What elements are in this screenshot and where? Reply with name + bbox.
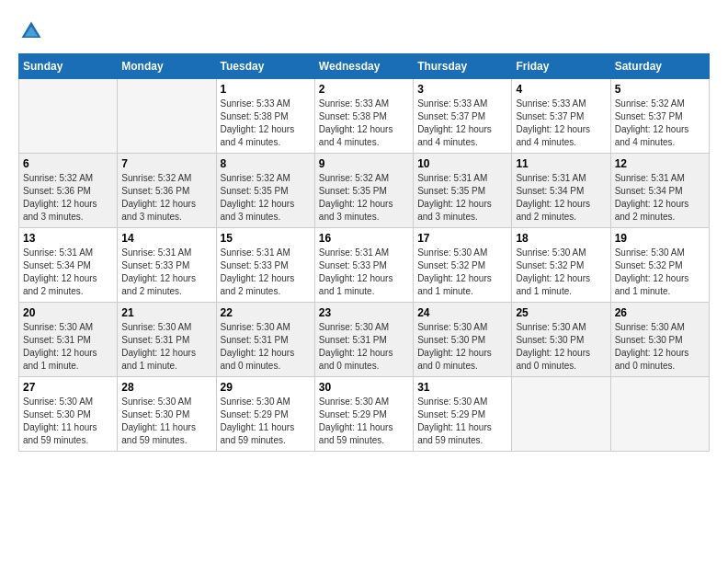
week-row-2: 6Sunrise: 5:32 AM Sunset: 5:36 PM Daylig…: [19, 154, 710, 228]
logo-icon: [18, 18, 44, 44]
week-row-1: 1Sunrise: 5:33 AM Sunset: 5:38 PM Daylig…: [19, 79, 710, 154]
calendar-cell: 7Sunrise: 5:32 AM Sunset: 5:36 PM Daylig…: [118, 154, 216, 228]
day-info: Sunrise: 5:33 AM Sunset: 5:38 PM Dayligh…: [221, 98, 311, 149]
day-number: 16: [319, 232, 409, 245]
calendar-cell: 2Sunrise: 5:33 AM Sunset: 5:38 PM Daylig…: [314, 79, 413, 154]
weekday-header-sunday: Sunday: [19, 54, 118, 79]
day-info: Sunrise: 5:32 AM Sunset: 5:37 PM Dayligh…: [615, 98, 705, 149]
day-info: Sunrise: 5:30 AM Sunset: 5:29 PM Dayligh…: [319, 396, 409, 447]
day-info: Sunrise: 5:31 AM Sunset: 5:33 PM Dayligh…: [221, 247, 311, 298]
calendar-table: SundayMondayTuesdayWednesdayThursdayFrid…: [18, 53, 710, 452]
calendar-cell: 25Sunrise: 5:30 AM Sunset: 5:30 PM Dayli…: [512, 303, 610, 377]
day-number: 1: [221, 83, 311, 96]
day-info: Sunrise: 5:30 AM Sunset: 5:30 PM Dayligh…: [615, 321, 705, 373]
day-number: 6: [23, 157, 113, 170]
day-info: Sunrise: 5:32 AM Sunset: 5:35 PM Dayligh…: [319, 172, 409, 224]
calendar-cell: 8Sunrise: 5:32 AM Sunset: 5:35 PM Daylig…: [216, 154, 314, 228]
calendar-cell: 30Sunrise: 5:30 AM Sunset: 5:29 PM Dayli…: [314, 377, 413, 452]
day-info: Sunrise: 5:30 AM Sunset: 5:30 PM Dayligh…: [23, 396, 113, 447]
weekday-header-thursday: Thursday: [414, 54, 512, 79]
day-number: 12: [615, 157, 705, 170]
day-number: 18: [516, 232, 606, 245]
weekday-header-tuesday: Tuesday: [216, 54, 314, 79]
week-row-3: 13Sunrise: 5:31 AM Sunset: 5:34 PM Dayli…: [19, 228, 710, 303]
day-info: Sunrise: 5:30 AM Sunset: 5:31 PM Dayligh…: [221, 321, 311, 373]
day-number: 23: [319, 306, 409, 319]
calendar-cell: 14Sunrise: 5:31 AM Sunset: 5:33 PM Dayli…: [118, 228, 216, 303]
day-info: Sunrise: 5:33 AM Sunset: 5:37 PM Dayligh…: [516, 98, 606, 149]
calendar-cell: 22Sunrise: 5:30 AM Sunset: 5:31 PM Dayli…: [216, 303, 314, 377]
day-info: Sunrise: 5:31 AM Sunset: 5:34 PM Dayligh…: [516, 172, 606, 224]
calendar-cell: 3Sunrise: 5:33 AM Sunset: 5:37 PM Daylig…: [414, 79, 512, 154]
calendar-cell: 16Sunrise: 5:31 AM Sunset: 5:33 PM Dayli…: [314, 228, 413, 303]
weekday-header-saturday: Saturday: [610, 54, 709, 79]
day-info: Sunrise: 5:31 AM Sunset: 5:34 PM Dayligh…: [615, 172, 705, 224]
day-info: Sunrise: 5:30 AM Sunset: 5:31 PM Dayligh…: [319, 321, 409, 373]
day-info: Sunrise: 5:30 AM Sunset: 5:30 PM Dayligh…: [121, 396, 211, 447]
logo: [18, 18, 48, 44]
day-number: 14: [121, 232, 211, 245]
day-info: Sunrise: 5:30 AM Sunset: 5:31 PM Dayligh…: [23, 321, 113, 373]
weekday-header-friday: Friday: [512, 54, 610, 79]
day-info: Sunrise: 5:31 AM Sunset: 5:35 PM Dayligh…: [417, 172, 507, 224]
day-number: 20: [23, 306, 113, 319]
day-info: Sunrise: 5:30 AM Sunset: 5:32 PM Dayligh…: [516, 247, 606, 298]
week-row-5: 27Sunrise: 5:30 AM Sunset: 5:30 PM Dayli…: [19, 377, 710, 452]
day-number: 22: [221, 306, 311, 319]
calendar-cell: 24Sunrise: 5:30 AM Sunset: 5:30 PM Dayli…: [414, 303, 512, 377]
weekday-header-wednesday: Wednesday: [314, 54, 413, 79]
day-info: Sunrise: 5:32 AM Sunset: 5:36 PM Dayligh…: [23, 172, 113, 224]
calendar-cell: 17Sunrise: 5:30 AM Sunset: 5:32 PM Dayli…: [414, 228, 512, 303]
calendar-cell: 28Sunrise: 5:30 AM Sunset: 5:30 PM Dayli…: [118, 377, 216, 452]
day-info: Sunrise: 5:32 AM Sunset: 5:35 PM Dayligh…: [221, 172, 311, 224]
day-number: 9: [319, 157, 409, 170]
calendar-cell: 31Sunrise: 5:30 AM Sunset: 5:29 PM Dayli…: [414, 377, 512, 452]
calendar-cell: [610, 377, 709, 452]
calendar-cell: 26Sunrise: 5:30 AM Sunset: 5:30 PM Dayli…: [610, 303, 709, 377]
calendar-cell: 21Sunrise: 5:30 AM Sunset: 5:31 PM Dayli…: [118, 303, 216, 377]
day-info: Sunrise: 5:31 AM Sunset: 5:33 PM Dayligh…: [319, 247, 409, 298]
day-info: Sunrise: 5:30 AM Sunset: 5:29 PM Dayligh…: [417, 396, 507, 447]
calendar-cell: [512, 377, 610, 452]
calendar-cell: 4Sunrise: 5:33 AM Sunset: 5:37 PM Daylig…: [512, 79, 610, 154]
calendar-cell: 20Sunrise: 5:30 AM Sunset: 5:31 PM Dayli…: [19, 303, 118, 377]
day-info: Sunrise: 5:33 AM Sunset: 5:38 PM Dayligh…: [319, 98, 409, 149]
day-info: Sunrise: 5:31 AM Sunset: 5:33 PM Dayligh…: [121, 247, 211, 298]
day-number: 2: [319, 83, 409, 96]
day-number: 17: [417, 232, 507, 245]
day-number: 30: [319, 381, 409, 394]
day-number: 28: [121, 381, 211, 394]
day-number: 4: [516, 83, 606, 96]
day-info: Sunrise: 5:31 AM Sunset: 5:34 PM Dayligh…: [23, 247, 113, 298]
day-number: 7: [121, 157, 211, 170]
weekday-header-monday: Monday: [118, 54, 216, 79]
day-info: Sunrise: 5:30 AM Sunset: 5:30 PM Dayligh…: [417, 321, 507, 373]
day-number: 10: [417, 157, 507, 170]
day-info: Sunrise: 5:30 AM Sunset: 5:32 PM Dayligh…: [615, 247, 705, 298]
week-row-4: 20Sunrise: 5:30 AM Sunset: 5:31 PM Dayli…: [19, 303, 710, 377]
day-number: 19: [615, 232, 705, 245]
calendar-cell: 12Sunrise: 5:31 AM Sunset: 5:34 PM Dayli…: [610, 154, 709, 228]
day-number: 3: [417, 83, 507, 96]
calendar-cell: 23Sunrise: 5:30 AM Sunset: 5:31 PM Dayli…: [314, 303, 413, 377]
calendar-cell: [118, 79, 216, 154]
day-info: Sunrise: 5:30 AM Sunset: 5:31 PM Dayligh…: [121, 321, 211, 373]
day-number: 8: [221, 157, 311, 170]
calendar-cell: 29Sunrise: 5:30 AM Sunset: 5:29 PM Dayli…: [216, 377, 314, 452]
day-number: 25: [516, 306, 606, 319]
calendar-cell: 11Sunrise: 5:31 AM Sunset: 5:34 PM Dayli…: [512, 154, 610, 228]
calendar-cell: 13Sunrise: 5:31 AM Sunset: 5:34 PM Dayli…: [19, 228, 118, 303]
weekday-header-row: SundayMondayTuesdayWednesdayThursdayFrid…: [19, 54, 710, 79]
day-number: 27: [23, 381, 113, 394]
day-info: Sunrise: 5:33 AM Sunset: 5:37 PM Dayligh…: [417, 98, 507, 149]
day-info: Sunrise: 5:30 AM Sunset: 5:32 PM Dayligh…: [417, 247, 507, 298]
calendar-cell: 10Sunrise: 5:31 AM Sunset: 5:35 PM Dayli…: [414, 154, 512, 228]
day-number: 15: [221, 232, 311, 245]
calendar-cell: 15Sunrise: 5:31 AM Sunset: 5:33 PM Dayli…: [216, 228, 314, 303]
page-header: [18, 18, 710, 44]
calendar-cell: 27Sunrise: 5:30 AM Sunset: 5:30 PM Dayli…: [19, 377, 118, 452]
calendar-cell: 19Sunrise: 5:30 AM Sunset: 5:32 PM Dayli…: [610, 228, 709, 303]
calendar-cell: 6Sunrise: 5:32 AM Sunset: 5:36 PM Daylig…: [19, 154, 118, 228]
day-number: 21: [121, 306, 211, 319]
calendar-cell: 9Sunrise: 5:32 AM Sunset: 5:35 PM Daylig…: [314, 154, 413, 228]
